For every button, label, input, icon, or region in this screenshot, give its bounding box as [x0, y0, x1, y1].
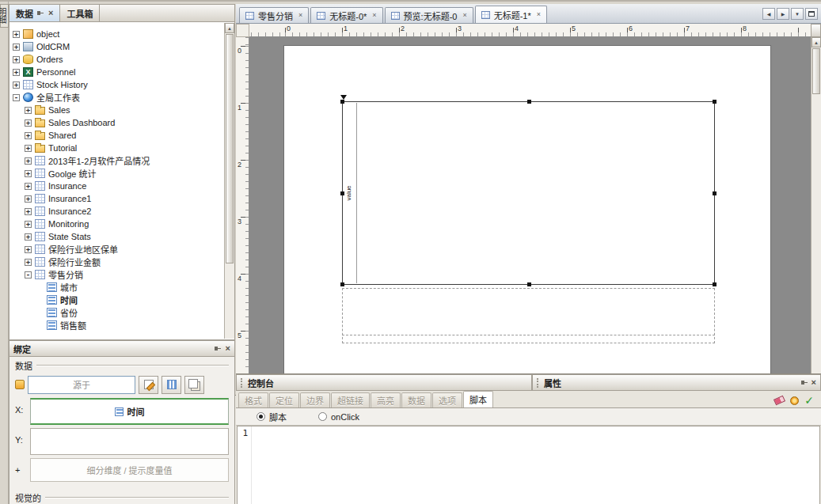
canvas-scrollbar[interactable]: ▲ ▼ — [811, 37, 821, 373]
tab-scroll-left-button[interactable]: ◀ — [762, 8, 775, 20]
tree-item[interactable]: +Tutorial — [10, 142, 224, 154]
tab-close-icon[interactable]: × — [462, 12, 466, 19]
tree-item[interactable]: +保险行业金额 — [10, 256, 224, 268]
document-tab[interactable]: 无标题-1*× — [475, 6, 547, 23]
tree-item[interactable]: +Sales — [10, 104, 224, 116]
tree-scrollbar[interactable]: ▲ ▼ — [224, 23, 234, 339]
console-header[interactable]: 控制台 — [236, 374, 532, 391]
apply-check-icon[interactable]: ✓ — [804, 396, 814, 405]
expand-icon[interactable]: + — [25, 119, 32, 127]
tree-item[interactable]: +Insurance1 — [10, 192, 224, 205]
tab-close-icon[interactable]: × — [372, 12, 376, 19]
tree-item[interactable]: +object — [10, 28, 224, 40]
tree-item[interactable]: 时间 — [10, 294, 224, 306]
tree-item[interactable]: +Orders — [10, 53, 224, 66]
expand-icon[interactable]: + — [25, 259, 32, 266]
expand-icon[interactable]: + — [13, 44, 20, 51]
tab-scroll-right-button[interactable]: ▶ — [777, 8, 789, 20]
document-tab[interactable]: 零售分销× — [239, 7, 309, 23]
scroll-thumb[interactable] — [226, 34, 234, 263]
tab-close-icon[interactable]: × — [537, 11, 541, 18]
selection-handle[interactable] — [527, 100, 531, 104]
tree-item[interactable]: +Stock History — [10, 78, 224, 91]
onclick-radio[interactable]: onClick — [318, 412, 359, 422]
gear-icon[interactable] — [790, 396, 799, 405]
selection-handle[interactable] — [340, 282, 344, 286]
collapse-icon[interactable]: - — [25, 271, 32, 279]
script-editor[interactable]: 1 — [237, 426, 820, 504]
close-icon[interactable]: × — [811, 379, 816, 386]
scroll-thumb[interactable] — [812, 48, 820, 94]
property-tab[interactable]: 高亮 — [371, 392, 401, 407]
expand-icon[interactable]: + — [13, 69, 20, 76]
tree-item[interactable]: 销售额 — [10, 319, 224, 332]
tree-item[interactable]: 城市 — [10, 281, 224, 294]
expand-icon[interactable]: + — [25, 157, 32, 165]
selection-handle[interactable] — [340, 100, 344, 104]
tree-item[interactable]: +State Stats — [10, 230, 224, 243]
document-tab[interactable]: 预览:无标题-0× — [385, 7, 473, 23]
maximize-button[interactable] — [805, 8, 818, 20]
copy-button[interactable] — [184, 376, 204, 394]
property-tab[interactable]: 选项 — [432, 392, 462, 407]
expand-icon[interactable]: + — [13, 56, 20, 63]
tab-data[interactable]: 数据 × — [10, 5, 60, 21]
tree-item[interactable]: +Insurance2 — [10, 205, 224, 218]
breakdown-field[interactable]: 细分维度 / 提示度量值 — [30, 458, 229, 482]
tree-item[interactable]: +Goolge 统计 — [10, 167, 224, 180]
pin-icon[interactable] — [801, 379, 808, 386]
properties-header[interactable]: 属性 × — [532, 374, 821, 391]
add-field-label[interactable]: + — [15, 458, 30, 482]
expand-icon[interactable]: + — [25, 107, 32, 114]
edit-source-button[interactable] — [139, 376, 158, 394]
tree-item[interactable]: -零售分销 — [10, 268, 224, 281]
expand-icon[interactable]: + — [25, 233, 32, 241]
property-tab[interactable]: 超链接 — [331, 392, 370, 407]
collapsed-panel-tab[interactable]: 明细 — [0, 4, 9, 28]
tree-item[interactable]: +保险行业地区保单 — [10, 243, 224, 256]
x-field-chip[interactable]: 时间 — [127, 405, 145, 418]
tab-close-icon[interactable]: × — [298, 12, 302, 19]
expand-icon[interactable]: + — [25, 145, 32, 152]
property-tab[interactable]: 边界 — [300, 392, 330, 407]
scroll-up-button[interactable]: ▲ — [225, 23, 234, 33]
expand-icon[interactable]: + — [25, 170, 32, 177]
tab-list-button[interactable]: ▼ — [791, 8, 804, 20]
tree-item[interactable]: +OldCRM — [10, 40, 224, 53]
selection-handle[interactable] — [340, 191, 344, 195]
code-area[interactable] — [252, 426, 819, 504]
script-radio[interactable]: 脚本 — [257, 411, 287, 423]
selection-handle[interactable] — [713, 100, 716, 104]
pin-icon[interactable] — [215, 345, 222, 352]
expand-icon[interactable]: + — [25, 183, 32, 190]
scroll-up-button[interactable]: ▲ — [811, 37, 821, 47]
tree-item[interactable]: +Sales Dashboard — [10, 116, 224, 129]
expand-icon[interactable]: + — [13, 31, 20, 38]
expand-icon[interactable]: + — [25, 221, 32, 228]
pin-icon[interactable] — [37, 9, 44, 17]
expand-icon[interactable]: + — [13, 81, 20, 89]
collapse-icon[interactable]: - — [13, 94, 20, 101]
property-tab[interactable]: 格式 — [238, 392, 268, 407]
selection-handle[interactable] — [713, 282, 716, 286]
tree-item[interactable]: +Monitoring — [10, 218, 224, 230]
selection-handle[interactable] — [527, 282, 531, 286]
design-canvas[interactable]: value — [249, 37, 811, 373]
close-icon[interactable]: × — [48, 9, 53, 17]
expand-icon[interactable]: + — [25, 246, 32, 253]
close-icon[interactable]: × — [226, 345, 230, 352]
tree-item[interactable]: +Insurance — [10, 180, 224, 192]
expand-icon[interactable]: + — [25, 195, 32, 203]
columns-button[interactable] — [162, 376, 181, 394]
x-axis-field[interactable]: 时间 — [30, 398, 229, 425]
tab-toolbox[interactable]: 工具箱 — [60, 5, 100, 21]
eraser-icon[interactable] — [773, 396, 785, 406]
selection-handle[interactable] — [713, 191, 716, 195]
tree-item[interactable]: +2013年1-2月软件产品情况 — [10, 154, 224, 167]
tree-item[interactable]: 省份 — [10, 306, 224, 319]
source-input[interactable]: 源于 — [28, 376, 135, 394]
chart-element[interactable]: value — [342, 101, 715, 285]
property-tab[interactable]: 脚本 — [463, 391, 493, 407]
tree-item[interactable]: +Personnel — [10, 66, 224, 78]
document-tab[interactable]: 无标题-0*× — [310, 7, 382, 23]
